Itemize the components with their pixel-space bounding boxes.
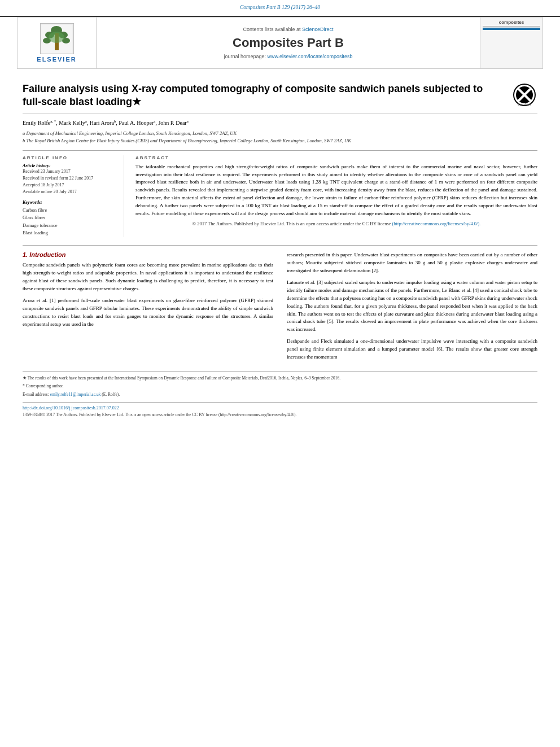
sciencedirect-link[interactable]: ScienceDirect bbox=[302, 27, 334, 32]
intro-para-1: Composite sandwich panels with polymeric… bbox=[23, 261, 273, 293]
journal-thumbnail: composites bbox=[480, 18, 542, 68]
article-title-section: Failure analysis using X-ray computed to… bbox=[23, 82, 537, 114]
keywords-label: Keywords: bbox=[23, 200, 117, 205]
main-content: Failure analysis using X-ray computed to… bbox=[0, 69, 560, 423]
elsevier-wordmark: ELSEVIER bbox=[37, 56, 76, 63]
intro-para-2: Arora et al. [1] performed full-scale un… bbox=[23, 297, 273, 329]
journal-banner: ELSEVIER Contents lists available at Sci… bbox=[17, 17, 543, 68]
svg-text:CrossMark: CrossMark bbox=[518, 103, 532, 106]
body-two-col: 1. Introduction Composite sandwich panel… bbox=[23, 251, 537, 365]
affiliation-b: b The Royal British Legion Centre for Bl… bbox=[23, 137, 537, 145]
article-info-column: ARTICLE INFO Article history: Received 2… bbox=[23, 155, 124, 237]
footnotes: ★ The results of this work have been pre… bbox=[23, 371, 537, 397]
crossmark-logo: CrossMark bbox=[512, 82, 537, 108]
keyword-carbon: Carbon fibre bbox=[23, 207, 117, 215]
author-emily: Emily Rolfea, * bbox=[23, 120, 56, 126]
article-info-header: ARTICLE INFO bbox=[23, 155, 117, 160]
banner-right: composites bbox=[480, 18, 542, 68]
elsevier-tree-icon bbox=[41, 25, 72, 53]
journal-header: Composites Part B 129 (2017) 26–40 bbox=[0, 0, 560, 17]
body-right-col: research presented in this paper. Underw… bbox=[287, 251, 537, 365]
doi-link[interactable]: http://dx.doi.org/10.1016/j.jcompositesb… bbox=[23, 405, 119, 410]
svg-point-7 bbox=[49, 32, 64, 43]
keyword-damage: Damage tolerance bbox=[23, 222, 117, 230]
bottom-bar: http://dx.doi.org/10.1016/j.jcompositesb… bbox=[23, 402, 537, 418]
homepage-url[interactable]: www.elsevier.com/locate/compositesb bbox=[268, 54, 353, 59]
history-label: Article history: bbox=[23, 163, 117, 168]
authors-line: Emily Rolfea, *, Mark Kellya, Hari Arora… bbox=[23, 119, 537, 127]
doi-line: http://dx.doi.org/10.1016/j.jcompositesb… bbox=[23, 405, 537, 410]
intro-right-para-3: Deshpande and Fleck simulated a one-dime… bbox=[287, 338, 537, 361]
elsevier-emblem bbox=[40, 23, 74, 54]
banner-center: Contents lists available at ScienceDirec… bbox=[97, 18, 480, 68]
body-left-col: 1. Introduction Composite sandwich panel… bbox=[23, 251, 273, 365]
article-info-abstract: ARTICLE INFO Article history: Received 2… bbox=[23, 150, 537, 237]
abstract-header: ABSTRACT bbox=[135, 155, 537, 160]
intro-section-title: 1. Introduction bbox=[23, 251, 273, 258]
footnote-corresponding: * Corresponding author. bbox=[23, 383, 537, 389]
author-mark: Mark Kellya bbox=[59, 120, 87, 126]
body-content: 1. Introduction Composite sandwich panel… bbox=[23, 245, 537, 365]
cc-license-link[interactable]: (http://creativecommons.org/licenses/by/… bbox=[392, 221, 481, 226]
journal-ref: Composites Part B 129 (2017) 26–40 bbox=[0, 5, 560, 10]
affiliations: a Department of Mechanical Engineering, … bbox=[23, 130, 537, 145]
banner-left: ELSEVIER bbox=[18, 18, 97, 68]
keyword-glass: Glass fibres bbox=[23, 214, 117, 222]
footnote-star: ★ The results of this work have been pre… bbox=[23, 375, 537, 381]
email-link[interactable]: emily.rolfe11@imperial.ac.uk bbox=[50, 392, 101, 397]
keywords-section: Keywords: Carbon fibre Glass fibres Dama… bbox=[23, 200, 117, 237]
affiliation-a: a Department of Mechanical Engineering, … bbox=[23, 130, 537, 137]
date-received: Received 23 January 2017 Received in rev… bbox=[23, 168, 117, 195]
page: Composites Part B 129 (2017) 26–40 bbox=[0, 0, 560, 747]
journal-title-banner: Composites Part B bbox=[233, 36, 344, 50]
abstract-column: ABSTRACT The tailorable mechanical prope… bbox=[135, 155, 537, 237]
article-history: Article history: Received 23 January 201… bbox=[23, 163, 117, 195]
cc-license: © 2017 The Authors. Published by Elsevie… bbox=[135, 221, 537, 226]
thumb-journal-name: composites bbox=[483, 20, 540, 27]
elsevier-logo: ELSEVIER bbox=[37, 23, 76, 63]
intro-right-para-1: research presented in this paper. Underw… bbox=[287, 251, 537, 275]
contents-line: Contents lists available at ScienceDirec… bbox=[243, 27, 333, 32]
article-title: Failure analysis using X-ray computed to… bbox=[23, 82, 485, 109]
author-hari: Hari Arorab bbox=[90, 120, 116, 126]
footnote-email: E-mail address: emily.rolfe11@imperial.a… bbox=[23, 391, 537, 397]
author-john: John P. Deara bbox=[158, 120, 188, 126]
author-paul: Paul A. Hoopera bbox=[119, 120, 155, 126]
homepage-line: journal homepage: www.elsevier.com/locat… bbox=[224, 54, 352, 59]
copyright-line: 1359-8368/© 2017 The Authors. Published … bbox=[23, 412, 537, 418]
abstract-text: The tailorable mechanical properties and… bbox=[135, 163, 537, 219]
keyword-blast: Blast loading bbox=[23, 229, 117, 237]
intro-right-para-2: Latourte et al. [3] subjected scaled sam… bbox=[287, 279, 537, 334]
